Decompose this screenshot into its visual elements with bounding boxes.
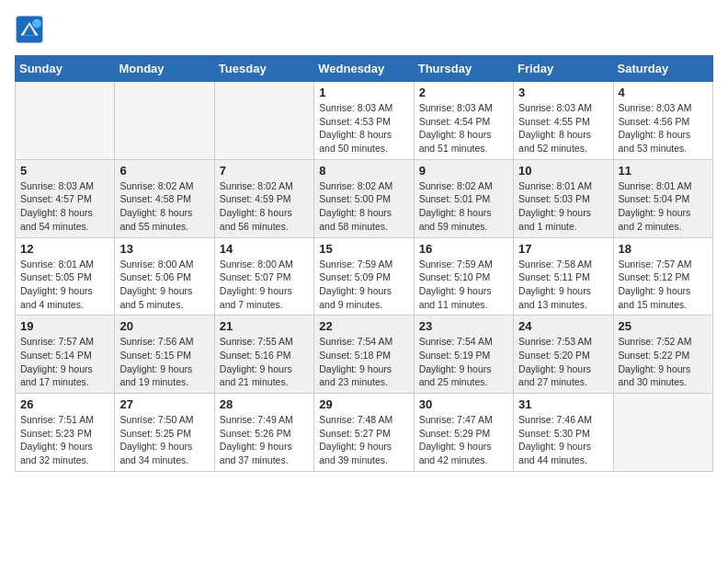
day-info: Sunrise: 8:02 AMSunset: 5:00 PMDaylight:… [319,179,408,234]
day-number: 7 [220,164,309,178]
logo-icon [15,15,44,44]
day-info: Sunrise: 8:00 AMSunset: 5:07 PMDaylight:… [220,258,309,312]
svg-point-3 [32,19,41,29]
day-info: Sunrise: 7:54 AMSunset: 5:19 PMDaylight:… [419,335,508,389]
day-number: 29 [319,397,408,411]
day-info: Sunrise: 7:51 AMSunset: 5:23 PMDaylight:… [20,413,109,467]
calendar-cell: 1Sunrise: 8:03 AMSunset: 4:53 PMDaylight… [314,82,414,160]
day-number: 31 [518,397,608,411]
calendar-row-1: 1Sunrise: 8:03 AMSunset: 4:53 PMDaylight… [16,82,713,160]
day-info: Sunrise: 8:02 AMSunset: 4:59 PMDaylight:… [220,179,309,234]
day-number: 13 [119,242,209,256]
calendar-cell: 27Sunrise: 7:50 AMSunset: 5:25 PMDayligh… [115,394,214,472]
calendar-cell: 5Sunrise: 8:03 AMSunset: 4:57 PMDaylight… [16,159,115,237]
day-number: 23 [419,319,508,333]
calendar-cell: 14Sunrise: 8:00 AMSunset: 5:07 PMDayligh… [214,237,313,316]
calendar-cell: 19Sunrise: 7:57 AMSunset: 5:14 PMDayligh… [16,316,115,394]
day-info: Sunrise: 7:58 AMSunset: 5:11 PMDaylight:… [518,258,608,312]
day-info: Sunrise: 7:56 AMSunset: 5:15 PMDaylight:… [119,335,209,389]
day-number: 22 [319,319,408,333]
calendar-cell: 28Sunrise: 7:49 AMSunset: 5:26 PMDayligh… [214,394,313,472]
day-number: 25 [619,319,708,333]
calendar-cell: 22Sunrise: 7:54 AMSunset: 5:18 PMDayligh… [314,316,414,394]
day-number: 24 [518,319,608,333]
day-info: Sunrise: 8:00 AMSunset: 5:06 PMDaylight:… [119,258,209,312]
day-number: 1 [319,86,408,99]
day-info: Sunrise: 8:02 AMSunset: 5:01 PMDaylight:… [419,179,508,234]
day-info: Sunrise: 7:55 AMSunset: 5:16 PMDaylight:… [220,335,309,389]
day-number: 2 [419,86,508,99]
calendar-cell: 18Sunrise: 7:57 AMSunset: 5:12 PMDayligh… [613,237,712,316]
day-info: Sunrise: 7:46 AMSunset: 5:30 PMDaylight:… [518,413,608,467]
calendar-cell: 25Sunrise: 7:52 AMSunset: 5:22 PMDayligh… [613,316,712,394]
calendar-cell [16,82,115,160]
day-info: Sunrise: 7:57 AMSunset: 5:12 PMDaylight:… [619,258,708,312]
calendar-cell: 11Sunrise: 8:01 AMSunset: 5:04 PMDayligh… [613,159,712,237]
day-number: 18 [619,242,708,256]
day-number: 14 [220,242,309,256]
calendar-row-5: 26Sunrise: 7:51 AMSunset: 5:23 PMDayligh… [16,394,713,472]
calendar-cell: 8Sunrise: 8:02 AMSunset: 5:00 PMDaylight… [314,159,414,237]
day-info: Sunrise: 8:03 AMSunset: 4:54 PMDaylight:… [419,101,508,155]
day-info: Sunrise: 8:03 AMSunset: 4:53 PMDaylight:… [319,101,408,155]
calendar-header-tuesday: Tuesday [214,56,313,82]
day-number: 19 [20,319,109,333]
calendar-header-wednesday: Wednesday [314,56,414,82]
day-info: Sunrise: 7:59 AMSunset: 5:09 PMDaylight:… [319,258,408,312]
calendar-cell: 7Sunrise: 8:02 AMSunset: 4:59 PMDaylight… [214,159,313,237]
calendar-cell: 12Sunrise: 8:01 AMSunset: 5:05 PMDayligh… [16,237,115,316]
calendar-cell: 30Sunrise: 7:47 AMSunset: 5:29 PMDayligh… [414,394,513,472]
day-number: 26 [20,397,109,411]
day-number: 8 [319,164,408,178]
day-number: 5 [20,164,109,178]
calendar-cell [214,82,313,160]
day-info: Sunrise: 8:01 AMSunset: 5:05 PMDaylight:… [20,258,109,312]
day-number: 9 [419,164,508,178]
day-info: Sunrise: 7:59 AMSunset: 5:10 PMDaylight:… [419,258,508,312]
calendar-header-monday: Monday [115,56,214,82]
logo [15,15,48,44]
calendar-header-sunday: Sunday [16,56,115,82]
day-number: 11 [619,164,708,178]
calendar-header-saturday: Saturday [613,56,712,82]
day-number: 4 [619,86,708,99]
calendar-table: SundayMondayTuesdayWednesdayThursdayFrid… [15,55,713,472]
day-info: Sunrise: 7:48 AMSunset: 5:27 PMDaylight:… [319,413,408,467]
calendar-cell: 2Sunrise: 8:03 AMSunset: 4:54 PMDaylight… [414,82,513,160]
day-number: 27 [119,397,209,411]
calendar-header-friday: Friday [514,56,613,82]
day-number: 20 [119,319,209,333]
calendar-cell: 13Sunrise: 8:00 AMSunset: 5:06 PMDayligh… [115,237,214,316]
day-info: Sunrise: 8:03 AMSunset: 4:57 PMDaylight:… [20,179,109,234]
day-number: 21 [220,319,309,333]
calendar-cell: 24Sunrise: 7:53 AMSunset: 5:20 PMDayligh… [514,316,613,394]
day-info: Sunrise: 7:52 AMSunset: 5:22 PMDaylight:… [619,335,708,389]
day-info: Sunrise: 8:01 AMSunset: 5:04 PMDaylight:… [619,179,708,234]
calendar-cell [613,394,712,472]
day-number: 16 [419,242,508,256]
day-number: 12 [20,242,109,256]
calendar-cell: 6Sunrise: 8:02 AMSunset: 4:58 PMDaylight… [115,159,214,237]
day-number: 28 [220,397,309,411]
calendar-cell: 20Sunrise: 7:56 AMSunset: 5:15 PMDayligh… [115,316,214,394]
calendar-cell: 9Sunrise: 8:02 AMSunset: 5:01 PMDaylight… [414,159,513,237]
calendar-row-2: 5Sunrise: 8:03 AMSunset: 4:57 PMDaylight… [16,159,713,237]
day-info: Sunrise: 8:03 AMSunset: 4:55 PMDaylight:… [518,101,608,155]
calendar-cell: 3Sunrise: 8:03 AMSunset: 4:55 PMDaylight… [514,82,613,160]
calendar-header-thursday: Thursday [414,56,513,82]
day-info: Sunrise: 7:49 AMSunset: 5:26 PMDaylight:… [220,413,309,467]
day-info: Sunrise: 8:02 AMSunset: 4:58 PMDaylight:… [119,179,209,234]
day-number: 15 [319,242,408,256]
calendar-cell: 21Sunrise: 7:55 AMSunset: 5:16 PMDayligh… [214,316,313,394]
calendar-cell: 17Sunrise: 7:58 AMSunset: 5:11 PMDayligh… [514,237,613,316]
calendar-cell: 29Sunrise: 7:48 AMSunset: 5:27 PMDayligh… [314,394,414,472]
calendar-row-3: 12Sunrise: 8:01 AMSunset: 5:05 PMDayligh… [16,237,713,316]
day-info: Sunrise: 8:03 AMSunset: 4:56 PMDaylight:… [619,101,708,155]
calendar-cell: 31Sunrise: 7:46 AMSunset: 5:30 PMDayligh… [514,394,613,472]
day-number: 17 [518,242,608,256]
day-number: 10 [518,164,608,178]
calendar-cell: 23Sunrise: 7:54 AMSunset: 5:19 PMDayligh… [414,316,513,394]
calendar-cell: 15Sunrise: 7:59 AMSunset: 5:09 PMDayligh… [314,237,414,316]
calendar-cell: 10Sunrise: 8:01 AMSunset: 5:03 PMDayligh… [514,159,613,237]
calendar-header-row: SundayMondayTuesdayWednesdayThursdayFrid… [16,56,713,82]
